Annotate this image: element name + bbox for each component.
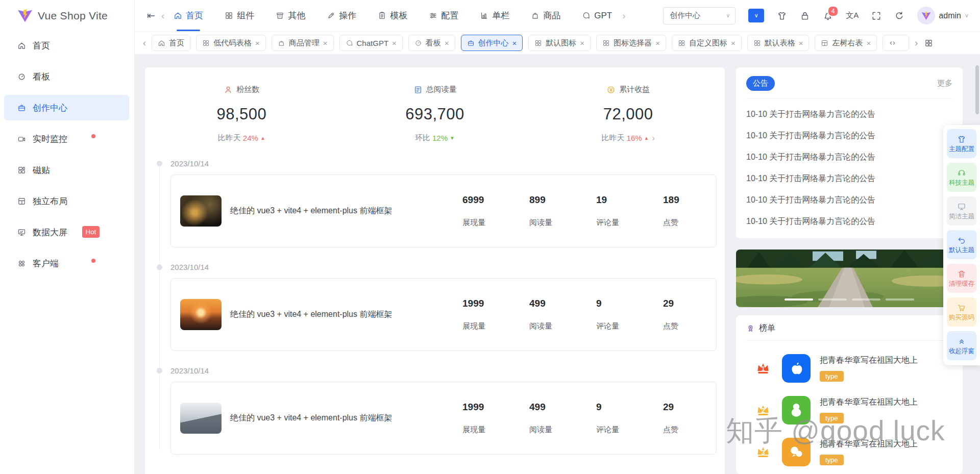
tab-chatgpt[interactable]: ChatGPT × bbox=[339, 35, 403, 51]
chevron-right-icon[interactable]: › bbox=[652, 134, 654, 143]
close-icon[interactable]: × bbox=[580, 39, 584, 47]
sidebar-item-tiles[interactable]: 磁贴 bbox=[4, 157, 129, 183]
topnav-item-single-column[interactable]: 单栏 bbox=[480, 0, 509, 31]
announcement-title-chip[interactable]: 公告 bbox=[746, 76, 775, 91]
topnav-item-products[interactable]: 商品 bbox=[531, 0, 560, 31]
metric-value: 899 bbox=[529, 194, 596, 206]
sidebar-item-home[interactable]: 首页 bbox=[4, 33, 129, 58]
nav-scroll-right-icon[interactable]: › bbox=[619, 10, 628, 21]
tab-creation-center[interactable]: 创作中心 × bbox=[461, 35, 523, 51]
carousel-indicator[interactable] bbox=[886, 298, 914, 301]
metric-value: 29 bbox=[663, 402, 694, 413]
sidebar-item-realtime-monitor[interactable]: 实时监控 bbox=[4, 126, 129, 152]
close-icon[interactable]: × bbox=[323, 39, 328, 47]
article-card[interactable]: 绝佳的 vue3 + vite4 + element-plus 前端框架 199… bbox=[170, 382, 717, 455]
lock-screen-icon[interactable] bbox=[800, 11, 810, 21]
page-search-select[interactable]: 创作中心 ∨ bbox=[663, 7, 736, 24]
ranking-item[interactable]: 2 把青春华章写在祖国大地上 type bbox=[746, 396, 952, 425]
article-card[interactable]: 绝佳的 vue3 + vite4 + element-plus 前端框架 199… bbox=[170, 278, 717, 351]
close-icon[interactable]: × bbox=[731, 39, 736, 47]
sidebar-item-standalone-layout[interactable]: 独立布局 bbox=[4, 188, 129, 214]
topnav-item-home[interactable]: 首页 bbox=[174, 0, 203, 31]
announcement-item[interactable]: 10-10 关于打击网络暴力言论的公告 bbox=[746, 152, 952, 163]
close-icon[interactable]: × bbox=[799, 39, 803, 47]
tabs-scroll-right-icon[interactable]: › bbox=[915, 38, 918, 48]
close-icon[interactable]: × bbox=[866, 39, 871, 47]
notification-bell-icon[interactable]: 4 bbox=[823, 11, 833, 21]
tab-icon-picker[interactable]: 图标选择器 × bbox=[596, 35, 666, 51]
ranking-item[interactable]: 3 把青春华章写在祖国大地上 type bbox=[746, 438, 952, 466]
simple-theme-button[interactable]: 简洁主题 bbox=[947, 196, 976, 226]
metric-label: 评论量 bbox=[596, 425, 663, 435]
topnav-item-gpt[interactable]: GPT bbox=[582, 0, 612, 31]
tab-default-table[interactable]: 默认表格 × bbox=[747, 35, 810, 51]
announcement-more-link[interactable]: 更多 bbox=[937, 79, 952, 88]
tech-theme-button[interactable]: 科技主题 bbox=[947, 163, 976, 192]
topnav-item-others[interactable]: 其他 bbox=[276, 0, 305, 31]
default-theme-button[interactable]: 默认主题 bbox=[947, 230, 976, 259]
app-logo[interactable]: Vue Shop Vite bbox=[0, 0, 134, 32]
content-area: 粉丝数 98,500 比昨天 24% ▲ 总阅读量 bbox=[135, 54, 980, 474]
buy-source-button[interactable]: 购买源码 bbox=[947, 297, 976, 327]
tab-product-management[interactable]: 商品管理 × bbox=[272, 35, 334, 51]
sidebar-item-kanban[interactable]: 看板 bbox=[4, 64, 129, 89]
close-icon[interactable]: × bbox=[445, 39, 449, 47]
article-card[interactable]: 绝佳的 vue3 + vite4 + element-plus 前端框架 699… bbox=[170, 174, 717, 247]
grid-icon bbox=[602, 39, 610, 47]
theme-config-button[interactable]: 主题配置 bbox=[947, 129, 976, 158]
sidebar-item-creation-center[interactable]: 创作中心 bbox=[4, 95, 129, 120]
tab-partial[interactable] bbox=[883, 35, 909, 51]
clear-cache-button[interactable]: 清理缓存 bbox=[947, 264, 976, 293]
nav-scroll-left-icon[interactable]: ‹ bbox=[158, 10, 167, 21]
tab-kanban[interactable]: 看板 × bbox=[408, 35, 455, 51]
collapse-sidebar-icon[interactable]: ⇤ bbox=[144, 10, 158, 21]
close-icon[interactable]: × bbox=[255, 39, 260, 47]
carousel-indicator[interactable] bbox=[785, 298, 813, 301]
tab-home[interactable]: 首页 bbox=[152, 35, 190, 51]
tabs-scroll-left-icon[interactable]: ‹ bbox=[143, 38, 146, 48]
topnav-item-templates[interactable]: 模板 bbox=[378, 0, 407, 31]
announcement-item[interactable]: 10-10 关于打击网络暴力言论的公告 bbox=[746, 195, 952, 206]
close-icon[interactable]: × bbox=[392, 39, 397, 47]
fullscreen-icon[interactable] bbox=[871, 11, 881, 21]
carousel-indicator[interactable] bbox=[818, 298, 847, 301]
metric-value: 29 bbox=[663, 298, 694, 309]
grid-icon bbox=[202, 39, 210, 47]
topnav-label: GPT bbox=[594, 11, 612, 21]
image-carousel[interactable] bbox=[736, 250, 963, 307]
refresh-icon[interactable] bbox=[894, 11, 904, 21]
confirm-dropdown-button[interactable]: ∨ bbox=[748, 9, 764, 22]
shopping-bag-icon bbox=[278, 39, 285, 47]
close-icon[interactable]: × bbox=[655, 39, 660, 47]
triangle-down-icon: ▼ bbox=[450, 135, 455, 141]
tab-label: 低代码表格 bbox=[213, 38, 252, 48]
sidebar-item-data-screen[interactable]: 数据大屏 Hot bbox=[4, 219, 129, 245]
announcement-item[interactable]: 10-10 关于打击网络暴力言论的公告 bbox=[746, 131, 952, 141]
announcement-item[interactable]: 10-10 关于打击网络暴力言论的公告 bbox=[746, 109, 952, 120]
tabs-menu-grid-icon[interactable] bbox=[924, 38, 933, 47]
announcement-item[interactable]: 10-10 关于打击网络暴力言论的公告 bbox=[746, 216, 952, 227]
tab-default-icons[interactable]: 默认图标 × bbox=[528, 35, 591, 51]
scrollbar-thumb[interactable] bbox=[975, 65, 979, 114]
topnav-item-components[interactable]: 组件 bbox=[225, 0, 254, 31]
translate-icon[interactable]: 文A bbox=[846, 11, 859, 20]
announcement-item[interactable]: 10-10 关于打击网络暴力言论的公告 bbox=[746, 173, 952, 184]
carousel-indicator[interactable] bbox=[852, 298, 880, 301]
ranking-item[interactable]: 1 把青春华章写在祖国大地上 type bbox=[746, 354, 952, 383]
tab-left-tree-right-table[interactable]: 左树右表 × bbox=[815, 35, 877, 51]
sidebar-item-label: 看板 bbox=[33, 71, 50, 83]
fp-label: 主题配置 bbox=[949, 146, 974, 153]
collapse-float-panel-button[interactable]: 收起浮窗 bbox=[947, 331, 976, 360]
tab-low-code-table[interactable]: 低代码表格 × bbox=[196, 35, 266, 51]
sidebar-item-label: 数据大屏 bbox=[33, 227, 67, 238]
topnav-item-config[interactable]: 配置 bbox=[429, 0, 458, 31]
sidebar-item-client[interactable]: 客户端 bbox=[4, 251, 129, 276]
tab-label: 首页 bbox=[169, 38, 184, 48]
user-menu[interactable]: admin ∨ bbox=[917, 7, 969, 24]
topnav-item-operations[interactable]: 操作 bbox=[327, 0, 356, 31]
rank-number: 3 bbox=[754, 449, 772, 456]
theme-shirt-icon[interactable] bbox=[777, 11, 787, 21]
tab-custom-icons[interactable]: 自定义图标 × bbox=[672, 35, 742, 51]
metric-value: 6999 bbox=[462, 194, 529, 206]
close-icon[interactable]: × bbox=[512, 39, 517, 47]
